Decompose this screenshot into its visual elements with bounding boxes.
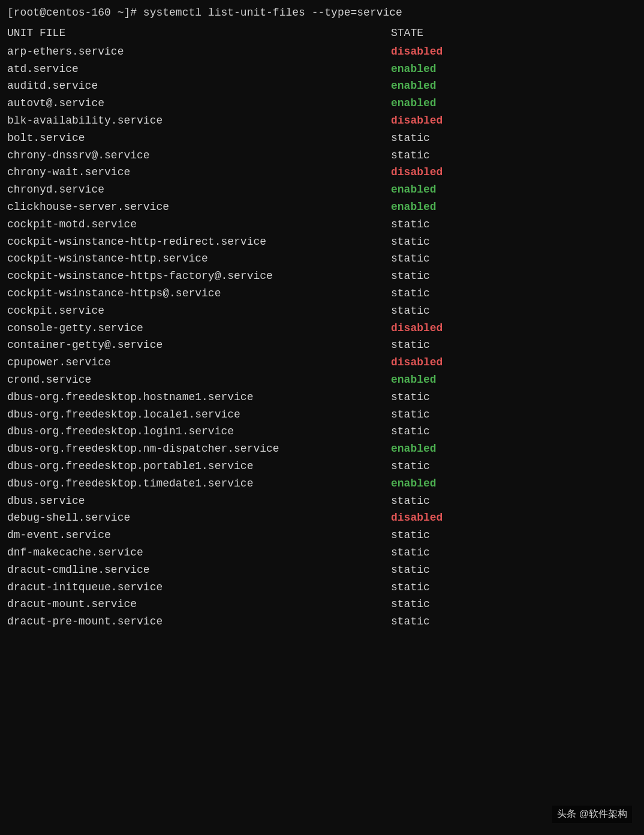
unit-name: dbus-org.freedesktop.nm-dispatcher.servi… — [7, 440, 391, 458]
table-row: dbus-org.freedesktop.hostname1.servicest… — [7, 389, 637, 406]
unit-state: static — [391, 337, 637, 354]
unit-name: dbus-org.freedesktop.portable1.service — [7, 458, 391, 475]
unit-name: dbus.service — [7, 492, 391, 510]
unit-name: dracut-cmdline.service — [7, 561, 391, 579]
table-row: blk-availability.servicedisabled — [7, 112, 637, 130]
unit-state: enabled — [391, 475, 637, 492]
table-row: dracut-mount.servicestatic — [7, 596, 637, 613]
table-row: container-getty@.servicestatic — [7, 337, 637, 354]
table-row: chronyd.serviceenabled — [7, 181, 637, 199]
unit-state: disabled — [391, 354, 637, 371]
unit-state: static — [391, 561, 637, 579]
unit-state: disabled — [391, 509, 637, 527]
unit-state: static — [391, 250, 637, 268]
table-row: dbus-org.freedesktop.timedate1.serviceen… — [7, 475, 637, 492]
unit-state: static — [391, 613, 637, 630]
table-row: crond.serviceenabled — [7, 371, 637, 389]
unit-state: static — [391, 389, 637, 406]
unit-state: enabled — [391, 61, 637, 78]
table-row: dbus-org.freedesktop.locale1.servicestat… — [7, 406, 637, 423]
table-row: bolt.servicestatic — [7, 130, 637, 147]
table-row: dnf-makecache.servicestatic — [7, 544, 637, 561]
unit-state: static — [391, 302, 637, 320]
unit-state: enabled — [391, 95, 637, 112]
unit-state: enabled — [391, 371, 637, 389]
table-row: cockpit-wsinstance-https-factory@.servic… — [7, 268, 637, 285]
unit-name: arp-ethers.service — [7, 43, 391, 61]
unit-name: dbus-org.freedesktop.timedate1.service — [7, 475, 391, 492]
unit-state: static — [391, 596, 637, 613]
unit-state: static — [391, 423, 637, 440]
unit-name: chrony-wait.service — [7, 164, 391, 181]
unit-name: auditd.service — [7, 77, 391, 95]
unit-name: cpupower.service — [7, 354, 391, 371]
table-row: dm-event.servicestatic — [7, 527, 637, 544]
table-row: dbus-org.freedesktop.login1.servicestati… — [7, 423, 637, 440]
unit-name: dnf-makecache.service — [7, 544, 391, 561]
unit-name: console-getty.service — [7, 320, 391, 337]
unit-name: dracut-initqueue.service — [7, 579, 391, 596]
unit-name: bolt.service — [7, 130, 391, 147]
unit-state: static — [391, 579, 637, 596]
command-line: [root@centos-160 ~]# systemctl list-unit… — [7, 5, 637, 21]
unit-state: static — [391, 527, 637, 544]
unit-name: dbus-org.freedesktop.locale1.service — [7, 406, 391, 423]
table-row: dbus.servicestatic — [7, 492, 637, 510]
table-row: console-getty.servicedisabled — [7, 320, 637, 337]
unit-name: dracut-mount.service — [7, 596, 391, 613]
unit-name: cockpit-wsinstance-http.service — [7, 250, 391, 268]
unit-name: cockpit-wsinstance-https-factory@.servic… — [7, 268, 391, 285]
unit-name: autovt@.service — [7, 95, 391, 112]
table-row: cockpit-wsinstance-http-redirect.service… — [7, 233, 637, 251]
unit-name: cockpit-wsinstance-https@.service — [7, 285, 391, 302]
unit-state: static — [391, 233, 637, 251]
table-row: autovt@.serviceenabled — [7, 95, 637, 112]
table-row: cpupower.servicedisabled — [7, 354, 637, 371]
table-row: cockpit-wsinstance-https@.servicestatic — [7, 285, 637, 302]
table-row: clickhouse-server.serviceenabled — [7, 199, 637, 216]
unit-name: clickhouse-server.service — [7, 199, 391, 216]
table-row: cockpit.servicestatic — [7, 302, 637, 320]
unit-name: atd.service — [7, 61, 391, 78]
unit-name: cockpit-motd.service — [7, 216, 391, 233]
unit-state: disabled — [391, 112, 637, 130]
table-row: chrony-dnssrv@.servicestatic — [7, 147, 637, 164]
state-header: STATE — [391, 25, 637, 42]
table-row: dracut-pre-mount.servicestatic — [7, 613, 637, 630]
unit-state: static — [391, 406, 637, 423]
table-row: debug-shell.servicedisabled — [7, 509, 637, 527]
unit-state: enabled — [391, 181, 637, 199]
unit-state: disabled — [391, 164, 637, 181]
unit-state: static — [391, 492, 637, 510]
unit-name: blk-availability.service — [7, 112, 391, 130]
table-row: cockpit-wsinstance-http.servicestatic — [7, 250, 637, 268]
table-row: auditd.serviceenabled — [7, 77, 637, 95]
table-row: dracut-initqueue.servicestatic — [7, 579, 637, 596]
table-header: UNIT FILE STATE — [7, 25, 637, 42]
unit-state: static — [391, 285, 637, 302]
unit-name: cockpit.service — [7, 302, 391, 320]
table-body: arp-ethers.servicedisabledatd.serviceena… — [7, 43, 637, 630]
unit-state: static — [391, 458, 637, 475]
unit-state: static — [391, 216, 637, 233]
unit-name: container-getty@.service — [7, 337, 391, 354]
unit-state: enabled — [391, 440, 637, 458]
unit-state: disabled — [391, 320, 637, 337]
unit-state: enabled — [391, 77, 637, 95]
terminal: [root@centos-160 ~]# systemctl list-unit… — [7, 5, 637, 630]
table-row: dbus-org.freedesktop.portable1.servicest… — [7, 458, 637, 475]
unit-state: static — [391, 268, 637, 285]
unit-name: debug-shell.service — [7, 509, 391, 527]
table-row: dbus-org.freedesktop.nm-dispatcher.servi… — [7, 440, 637, 458]
unit-name: chronyd.service — [7, 181, 391, 199]
table-row: arp-ethers.servicedisabled — [7, 43, 637, 61]
unit-name: crond.service — [7, 371, 391, 389]
unit-name: dbus-org.freedesktop.login1.service — [7, 423, 391, 440]
unit-name: cockpit-wsinstance-http-redirect.service — [7, 233, 391, 251]
unit-state: static — [391, 147, 637, 164]
table-row: atd.serviceenabled — [7, 61, 637, 78]
unit-state: static — [391, 544, 637, 561]
table-row: dracut-cmdline.servicestatic — [7, 561, 637, 579]
watermark: 头条 @软件架构 — [552, 806, 632, 823]
unit-name: dracut-pre-mount.service — [7, 613, 391, 630]
